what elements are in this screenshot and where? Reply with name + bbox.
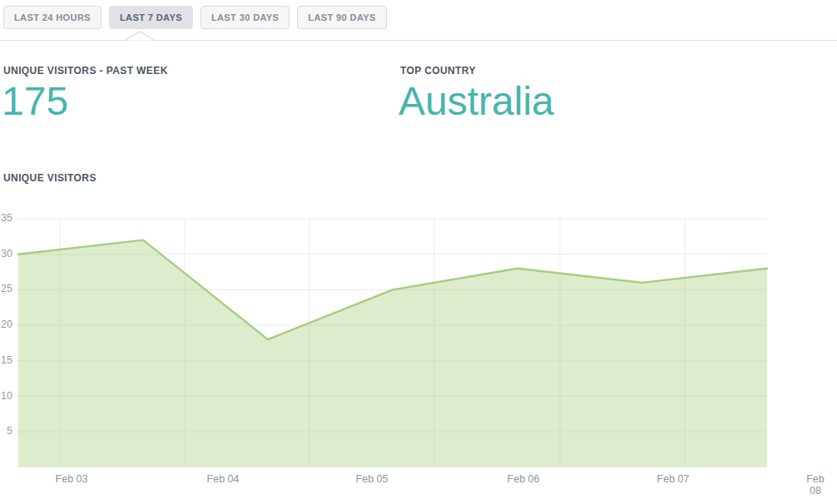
tab-last-30-days[interactable]: LAST 30 DAYS [201, 6, 290, 29]
x-axis-label: Feb 04 [207, 473, 240, 485]
x-axis-label: Feb 03 [56, 473, 88, 485]
unique-visitors-chart: 5101520253035 Feb 03Feb 04Feb 05Feb 06Fe… [0, 208, 837, 504]
top-country-label: TOP COUNTRY [400, 65, 476, 77]
time-range-tabs: LAST 24 HOURS LAST 7 DAYS LAST 30 DAYS L… [3, 6, 387, 29]
x-axis-label: Feb 08 [804, 473, 827, 497]
unique-visitors-past-week-label: UNIQUE VISITORS - PAST WEEK [3, 65, 168, 77]
x-axis-label: Feb 05 [356, 473, 389, 485]
top-country-value: Australia [399, 82, 554, 121]
y-axis-label: 5 [0, 425, 12, 437]
chart-title: UNIQUE VISITORS [3, 172, 97, 184]
tab-last-90-days[interactable]: LAST 90 DAYS [297, 6, 386, 29]
y-axis-label: 25 [0, 283, 12, 294]
unique-visitors-past-week-value: 175 [2, 82, 68, 121]
x-axis-label: Feb 06 [508, 473, 540, 485]
tab-last-24-hours[interactable]: LAST 24 HOURS [3, 6, 102, 29]
tab-last-7-days[interactable]: LAST 7 DAYS [109, 6, 193, 29]
y-axis-label: 20 [0, 319, 12, 330]
area-chart-canvas [0, 208, 837, 471]
y-axis-label: 15 [0, 354, 12, 366]
selected-tab-notch-icon [124, 31, 157, 42]
y-axis-label: 10 [0, 390, 12, 402]
y-axis-label: 35 [0, 212, 12, 224]
x-axis-label: Feb 07 [657, 473, 690, 485]
area-fill [18, 240, 767, 467]
y-axis-label: 30 [0, 248, 12, 259]
